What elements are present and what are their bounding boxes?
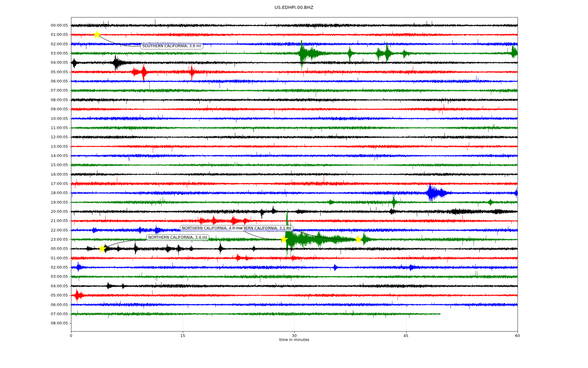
plot-title: US.EDHPI.00.BHZ — [0, 5, 588, 10]
y-tick-label: 05:00:05 — [0, 70, 68, 75]
x-tick-label: 45 — [404, 333, 409, 338]
y-tick-label: 02:00:05 — [0, 265, 68, 270]
y-tick-label: 05:00:05 — [0, 293, 68, 298]
x-axis-title: time in minutes — [279, 337, 309, 342]
y-tick-label: 12:00:05 — [0, 135, 68, 140]
x-tick-label: 60 — [515, 333, 520, 338]
y-tick-label: 22:00:05 — [0, 228, 68, 233]
y-tick-label: 18:00:05 — [0, 190, 68, 195]
y-tick-label: 20:00:05 — [0, 209, 68, 214]
event-annotation-label: SOUTHERN CALIFORNIA, 3.6 ml — [140, 43, 203, 49]
y-tick-label: 23:00:05 — [0, 237, 68, 242]
y-tick-label: 17:00:05 — [0, 181, 68, 186]
y-tick-label: 06:00:05 — [0, 79, 68, 84]
x-tick-label: 15 — [180, 333, 185, 338]
y-tick-label: 08:00:05 — [0, 321, 68, 326]
y-tick-label: 13:00:05 — [0, 144, 68, 149]
y-tick-label: 00:00:05 — [0, 23, 68, 28]
y-tick-label: 03:00:05 — [0, 274, 68, 279]
y-tick-label: 15:00:05 — [0, 163, 68, 167]
x-tick-label: 0 — [70, 333, 72, 338]
y-tick-label: 01:00:05 — [0, 256, 68, 261]
y-tick-label: 09:00:05 — [0, 107, 68, 112]
event-annotation-label: NORTHERN CALIFORNIA, 4.0 mw — [180, 225, 245, 232]
y-tick-label: 21:00:05 — [0, 218, 68, 223]
y-tick-label: 07:00:05 — [0, 312, 68, 316]
y-tick-label: 11:00:05 — [0, 125, 68, 130]
y-tick-label: 04:00:05 — [0, 60, 68, 65]
y-tick-label: 04:00:05 — [0, 284, 68, 289]
y-tick-label: 03:00:05 — [0, 51, 68, 56]
y-tick-label: 02:00:05 — [0, 42, 68, 47]
y-tick-label: 10:00:05 — [0, 116, 68, 121]
y-tick-label: 07:00:05 — [0, 88, 68, 93]
helicorder-figure: US.EDHPI.00.BHZ 00:00:0501:00:0502:00:05… — [0, 0, 588, 368]
y-tick-label: 16:00:05 — [0, 172, 68, 177]
y-tick-label: 06:00:05 — [0, 302, 68, 307]
event-annotation-label: NORTHERN CALIFORNIA, 3.4 ml — [146, 234, 209, 241]
y-tick-label: 01:00:05 — [0, 32, 68, 37]
y-tick-label: 14:00:05 — [0, 153, 68, 158]
seismogram-canvas — [0, 0, 588, 368]
y-tick-label: 08:00:05 — [0, 98, 68, 102]
y-tick-label: 00:00:05 — [0, 246, 68, 251]
y-tick-label: 19:00:05 — [0, 200, 68, 205]
